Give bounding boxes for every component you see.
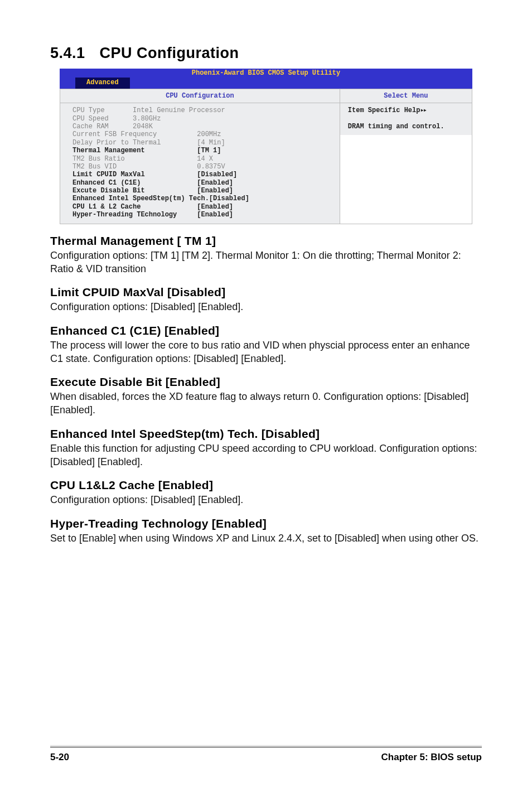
subsection-body: The process will lower the core to bus r… — [50, 339, 482, 366]
bios-setting-row: Enhanced Intel SpeedStep(tm) Tech.[Disab… — [72, 195, 334, 202]
bios-settings-list: CPU Type Intel Genuine ProcessorCPU Spee… — [60, 103, 340, 223]
bios-setting-row: Cache RAM 2048K — [72, 123, 334, 131]
bios-right-header: Select Menu — [340, 89, 472, 103]
subsection-heading: Enhanced C1 (C1E) [Enabled] — [50, 324, 482, 337]
bios-setting-row: Current FSB Frequency 200MHz — [72, 131, 334, 138]
bios-utility-title: Phoenix-Award BIOS CMOS Setup Utility — [60, 69, 472, 78]
subsection-heading: Enhanced Intel SpeedStep(tm) Tech. [Disa… — [50, 427, 482, 441]
subsection-heading: Execute Disable Bit [Enabled] — [50, 375, 482, 389]
subsection-heading: CPU L1&L2 Cache [Enabled] — [50, 479, 482, 492]
bios-setting-row: CPU Speed 3.80GHz — [72, 115, 334, 123]
subsection-body: Configuration options: [Disabled] [Enabl… — [50, 300, 482, 313]
subsection-heading: Hyper-Treading Technology [Enabled] — [50, 517, 482, 530]
bios-screenshot: Phoenix-Award BIOS CMOS Setup Utility Ad… — [60, 69, 472, 224]
subsection-body: Set to [Enable] when using Windows XP an… — [50, 532, 482, 545]
forward-arrows-icon: ▸▸ — [420, 107, 425, 114]
section-heading: 5.4.1 CPU Configuration — [50, 45, 482, 62]
bios-setting-row: Thermal Management [TM 1] — [72, 147, 334, 154]
subsection-body: Configuration options: [TM 1] [TM 2]. Th… — [50, 249, 482, 276]
bios-left-header: CPU Configuration — [60, 89, 340, 103]
bios-setting-row: Limit CPUID MaxVal [Disabled] — [72, 171, 334, 178]
section-number: 5.4.1 — [50, 45, 85, 61]
bios-help-line2: DRAM timing and control. — [348, 123, 466, 131]
bios-tab-advanced: Advanced — [75, 78, 130, 88]
subsection-heading: Limit CPUID MaxVal [Disabled] — [50, 286, 482, 299]
bios-setting-row: TM2 Bus VID 0.8375V — [72, 163, 334, 171]
subsection-body: Configuration options: [Disabled] [Enabl… — [50, 493, 482, 506]
subsection-body: When disabled, forces the XD feature fla… — [50, 390, 482, 417]
bios-setting-row: Delay Prior to Thermal [4 Min] — [72, 139, 334, 147]
page-footer: 5-20 Chapter 5: BIOS setup — [50, 747, 482, 763]
bios-setting-row: Enhanced C1 (C1E) [Enabled] — [72, 179, 334, 187]
subsection-body: Enable this function for adjusting CPU s… — [50, 442, 482, 469]
bios-body: CPU Configuration CPU Type Intel Genuine… — [60, 89, 472, 224]
bios-right-column: Select Menu Item Specific Help▸▸ DRAM ti… — [340, 89, 472, 224]
page-number: 5-20 — [50, 752, 69, 763]
subsection-heading: Thermal Management [ TM 1] — [50, 234, 482, 248]
bios-help-panel: Item Specific Help▸▸ DRAM timing and con… — [340, 103, 472, 135]
chapter-label: Chapter 5: BIOS setup — [381, 752, 482, 763]
bios-tab-bar: Advanced — [60, 78, 472, 88]
bios-setting-row: CPU Type Intel Genuine Processor — [72, 107, 334, 114]
bios-left-column: CPU Configuration CPU Type Intel Genuine… — [60, 89, 340, 224]
bios-setting-row: Excute Disable Bit [Enabled] — [72, 187, 334, 195]
description-sections: Thermal Management [ TM 1]Configuration … — [50, 234, 482, 545]
bios-setting-row: CPU L1 & L2 Cache [Enabled] — [72, 203, 334, 211]
bios-setting-row: TM2 Bus Ratio 14 X — [72, 155, 334, 163]
bios-setting-row: Hyper-Threading TEchnology [Enabled] — [72, 211, 334, 219]
section-title-text: CPU Configuration — [100, 45, 239, 61]
bios-help-line1: Item Specific Help▸▸ — [348, 107, 466, 114]
